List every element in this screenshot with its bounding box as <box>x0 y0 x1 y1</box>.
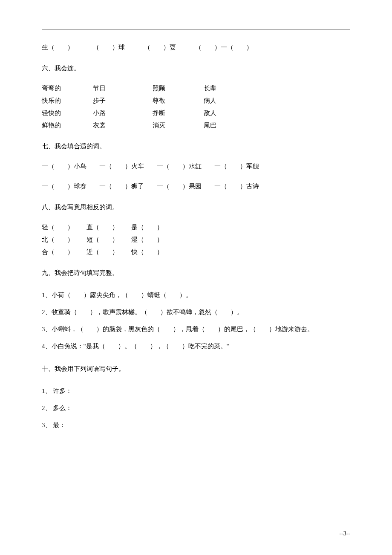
spacer <box>42 174 350 182</box>
fill-blank-line-top: 生（ ） （ ）球 （ ）耍 （ ）一（ ） <box>42 43 350 52</box>
page-number: --3-- <box>339 529 350 538</box>
sentence-prompt: 3、 最： <box>42 419 350 431</box>
poem-line: 3、小蝌蚪，（ ）的脑袋，黑灰色的（ ），甩着（ ）的尾巴，（ ）地游来游去。 <box>42 323 350 335</box>
match-cell: 长辈 <box>204 84 238 93</box>
match-cell: 步子 <box>93 96 153 105</box>
section-6-table: 弯弯的 节日 照顾 长辈 快乐的 步子 尊敬 病人 轻快的 小路 挣断 敌人 鲜… <box>42 84 350 130</box>
poem-line: 4、小白兔说："是我（ ）。（ ），（ ）吃不完的菜。" <box>42 340 350 353</box>
match-cell: 弯弯的 <box>42 84 93 93</box>
match-cell: 尾巴 <box>204 121 238 130</box>
antonym-row: 北（ ） 短（ ） 湿（ ） <box>42 235 350 244</box>
poem-line: 1、小荷（ ）露尖尖角，（ ）蜻蜓（ ）。 <box>42 289 350 301</box>
section-7-heading: 七、我会填合适的词。 <box>42 142 350 151</box>
match-row: 弯弯的 节日 照顾 长辈 <box>42 84 350 93</box>
match-row: 鲜艳的 衣裳 消灭 尾巴 <box>42 121 350 130</box>
match-cell: 敌人 <box>204 109 238 118</box>
match-cell: 尊敬 <box>153 96 204 105</box>
sentence-prompt: 1、 许多： <box>42 384 350 397</box>
poem-line: 2、牧童骑（ ），歌声震林樾。（ ）欲不鸣蝉，忽然（ ）。 <box>42 306 350 318</box>
match-cell: 照顾 <box>153 84 204 93</box>
section-8-body: 轻（ ） 直（ ） 是（ ） 北（ ） 短（ ） 湿（ ） 合（ ） 近（ ） … <box>42 223 350 257</box>
match-cell: 鲜艳的 <box>42 121 93 130</box>
match-row: 快乐的 步子 尊敬 病人 <box>42 96 350 105</box>
section-10-heading: 十、我会用下列词语写句子。 <box>42 364 350 373</box>
section-8-heading: 八、我会写意思相反的词。 <box>42 203 350 212</box>
section-9-heading: 九、我会把诗句填写完整。 <box>42 269 350 278</box>
antonym-row: 轻（ ） 直（ ） 是（ ） <box>42 223 350 232</box>
match-row: 轻快的 小路 挣断 敌人 <box>42 109 350 118</box>
match-cell: 病人 <box>204 96 238 105</box>
match-cell: 挣断 <box>153 109 204 118</box>
section-10-body: 1、 许多： 2、 多么： 3、 最： <box>42 384 350 431</box>
match-cell: 节日 <box>93 84 153 93</box>
section-9-body: 1、小荷（ ）露尖尖角，（ ）蜻蜓（ ）。 2、牧童骑（ ），歌声震林樾。（ ）… <box>42 289 350 353</box>
section-7-body: 一（ ）小鸟 一（ ）火车 一（ ）水缸 一（ ）军舰 一（ ）球赛 一（ ）狮… <box>42 162 350 191</box>
sentence-prompt: 2、 多么： <box>42 402 350 414</box>
page: 生（ ） （ ）球 （ ）耍 （ ）一（ ） 六、我会连。 弯弯的 节日 照顾 … <box>0 0 392 555</box>
top-horizontal-rule <box>42 29 350 29</box>
match-cell: 轻快的 <box>42 109 93 118</box>
match-cell: 衣裳 <box>93 121 153 130</box>
antonym-row: 合（ ） 近（ ） 快（ ） <box>42 248 350 257</box>
match-cell: 消灭 <box>153 121 204 130</box>
measure-word-line: 一（ ）小鸟 一（ ）火车 一（ ）水缸 一（ ）军舰 <box>42 162 350 171</box>
section-6-heading: 六、我会连。 <box>42 64 350 73</box>
match-cell: 快乐的 <box>42 96 93 105</box>
measure-word-line: 一（ ）球赛 一（ ）狮子 一（ ）果园 一（ ）古诗 <box>42 182 350 191</box>
match-cell: 小路 <box>93 109 153 118</box>
